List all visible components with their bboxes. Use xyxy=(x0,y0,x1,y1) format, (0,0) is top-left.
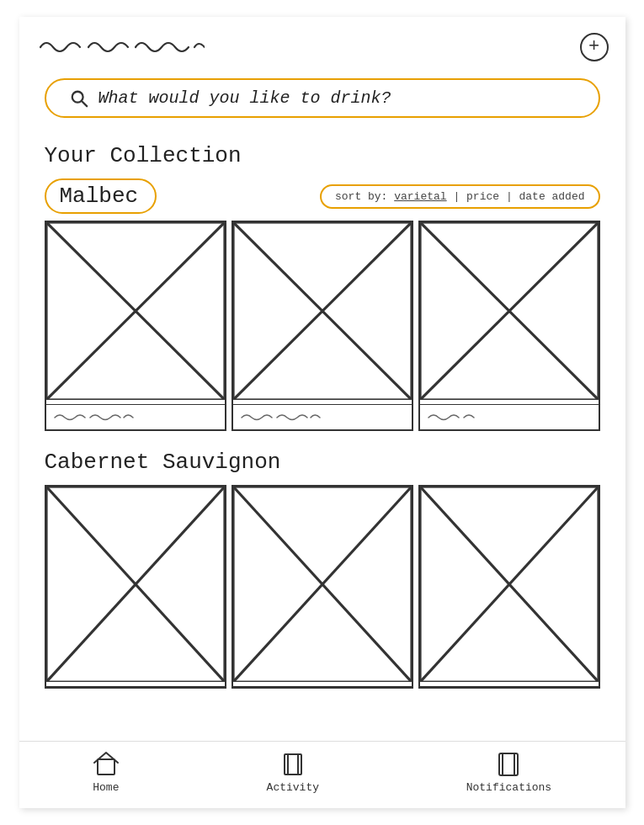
add-button[interactable]: + xyxy=(580,33,609,61)
nav-notifications-label: Notifications xyxy=(466,781,551,794)
wine-card[interactable] xyxy=(418,221,600,431)
svg-line-1 xyxy=(82,101,87,106)
wine-card[interactable] xyxy=(232,485,413,689)
nav-home[interactable]: Home xyxy=(93,751,120,794)
wine-card[interactable] xyxy=(232,221,413,431)
cabernet-section: Cabernet Sauvignon xyxy=(19,446,625,689)
bottom-nav: Home Activity Notifications xyxy=(19,741,625,808)
svg-rect-20 xyxy=(98,759,114,774)
main-content: + What would you like to drink? Your Col… xyxy=(19,17,625,741)
cabernet-title: Cabernet Sauvignon xyxy=(45,450,600,475)
wine-card-label xyxy=(233,405,412,429)
wine-card-image xyxy=(46,487,225,687)
sort-separator-2: | xyxy=(506,190,519,203)
search-icon xyxy=(70,89,88,108)
wine-card-image xyxy=(46,222,225,405)
cabernet-wine-grid xyxy=(45,485,600,689)
svg-rect-22 xyxy=(288,754,298,774)
nav-home-label: Home xyxy=(93,781,119,794)
search-container: What would you like to drink? xyxy=(19,70,625,135)
header: + xyxy=(19,17,625,70)
search-bar[interactable]: What would you like to drink? xyxy=(45,78,600,118)
home-icon xyxy=(93,751,120,778)
wine-card-image xyxy=(233,487,412,687)
collection-title: Your Collection xyxy=(45,143,600,168)
nav-activity-label: Activity xyxy=(267,781,319,794)
wine-card-label xyxy=(46,405,225,429)
header-squiggles xyxy=(36,32,205,61)
svg-rect-24 xyxy=(503,753,514,775)
sort-by-label: sort by: xyxy=(335,190,394,203)
wine-card-image xyxy=(420,222,599,405)
wine-card[interactable] xyxy=(418,485,600,689)
malbec-row: Malbec sort by: varietal | price | date … xyxy=(45,178,600,214)
malbec-wine-grid xyxy=(45,221,600,431)
notifications-icon xyxy=(495,751,522,778)
malbec-label[interactable]: Malbec xyxy=(45,178,157,214)
plus-icon: + xyxy=(588,36,599,57)
sort-varietal[interactable]: varietal xyxy=(394,190,446,203)
collection-section: Your Collection Malbec sort by: varietal… xyxy=(19,135,625,431)
wine-card-image xyxy=(420,487,599,687)
activity-icon xyxy=(279,751,306,778)
nav-activity[interactable]: Activity xyxy=(267,751,319,794)
sort-price[interactable]: price xyxy=(466,190,499,203)
wine-card-image xyxy=(233,222,412,405)
search-placeholder: What would you like to drink? xyxy=(98,88,391,108)
nav-notifications[interactable]: Notifications xyxy=(466,751,551,794)
sort-date[interactable]: date added xyxy=(519,190,584,203)
sort-bar[interactable]: sort by: varietal | price | date added xyxy=(320,184,600,209)
app-page: + What would you like to drink? Your Col… xyxy=(19,17,625,808)
wine-card-label xyxy=(420,405,599,429)
sort-separator-1: | xyxy=(453,190,466,203)
wine-card[interactable] xyxy=(45,221,226,431)
wine-card[interactable] xyxy=(45,485,226,689)
